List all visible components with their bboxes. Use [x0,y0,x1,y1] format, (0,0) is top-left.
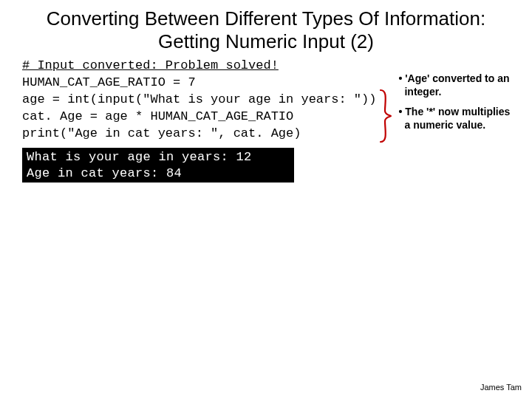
terminal-line-2: Age in cat years: 84 [27,166,290,181]
code-column: # Input converted: Problem solved! HUMAN… [22,58,376,143]
title-line-2: Getting Numeric Input (2) [158,30,374,52]
curly-brace-icon [379,89,392,143]
notes-column: • 'Age' converted to an integer. • The '… [394,72,517,139]
footer-author: James Tam [480,383,522,392]
code-line-2: HUMAN_CAT_AGE_RATIO = 7 [22,75,196,89]
note-text-1: 'Age' converted to an integer. [404,72,509,98]
terminal-output: What is your age in years: 12 Age in cat… [22,148,294,183]
title-line-1: Converting Between Different Types Of In… [47,7,485,30]
code-block: # Input converted: Problem solved! HUMAN… [22,58,376,143]
note-text-2: The '*' now multiplies a numeric value. [404,106,510,131]
code-line-1: # Input converted: Problem solved! [22,58,279,72]
code-line-3: age = int(input("What is your age in yea… [22,92,376,106]
terminal-line-1: What is your age in years: 12 [27,149,290,165]
code-line-5: print("Age in cat years: ", cat. Age) [22,126,301,140]
note-item-2: • The '*' now multiplies a numeric value… [398,106,517,132]
brace-column [379,89,394,143]
note-item-1: • 'Age' converted to an integer. [398,72,517,98]
bullet-1: • [398,72,405,84]
bullet-2: • [398,106,405,117]
slide-title: Converting Between Different Types Of In… [0,0,532,58]
code-line-4: cat. Age = age * HUMAN_CAT_AGE_RATIO [22,109,293,123]
content-row: # Input converted: Problem solved! HUMAN… [0,58,532,143]
